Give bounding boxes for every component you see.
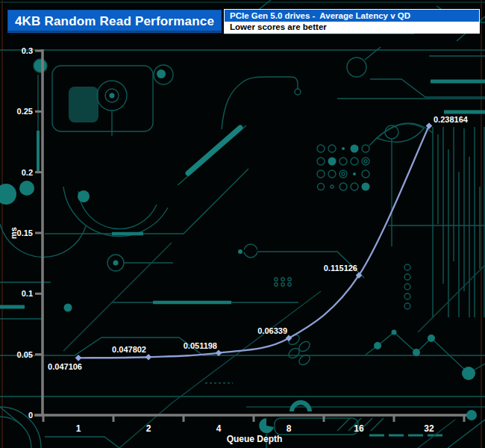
x-tick-label: 16 — [354, 423, 364, 434]
y-tick-label: 0.3 — [22, 46, 33, 55]
y-tick-label: 0.15 — [17, 228, 33, 237]
chart-subtitle-box: PCIe Gen 5.0 drives - Average Latency v … — [224, 9, 480, 34]
y-tick-label: 0 — [28, 411, 33, 420]
data-point-label: 0.06339 — [257, 326, 287, 335]
data-point-label: 0.051198 — [184, 341, 217, 350]
x-tick-label: 2 — [146, 423, 151, 434]
x-tick-label: 4 — [216, 423, 222, 434]
chart-title-banner: 4KB Random Read Performance — [7, 10, 222, 33]
axis-end-pad-icon — [466, 410, 477, 420]
x-tick-label: 8 — [287, 423, 292, 434]
data-point-label: 0.047802 — [112, 345, 146, 354]
data-point-label: 0.047106 — [48, 362, 82, 371]
chart-subtitle: PCIe Gen 5.0 drives - Average Latency v … — [225, 10, 479, 22]
latency-curve — [78, 126, 429, 358]
data-point-marker — [426, 122, 433, 129]
data-point-label: 0.115126 — [324, 264, 357, 273]
x-axis-title: Queue Depth — [227, 434, 283, 444]
data-point-marker — [216, 349, 222, 356]
latency-line-chart: 00.050.10.150.20.250.312481632msQueue De… — [0, 0, 485, 448]
y-tick-label: 0.1 — [22, 289, 33, 298]
chart-title: 4KB Random Read Performance — [15, 14, 214, 29]
data-point-label: 0.238164 — [434, 115, 469, 124]
y-tick-label: 0.05 — [17, 350, 33, 359]
chart-window: 4KB Random Read Performance PCIe Gen 5.0… — [0, 0, 485, 448]
y-tick-label: 0.2 — [22, 168, 33, 177]
data-point-marker — [286, 335, 292, 342]
y-axis-title: ms — [9, 227, 18, 239]
y-tick-label: 0.25 — [17, 107, 33, 116]
chart-note: Lower scores are better — [225, 22, 479, 33]
x-tick-label: 32 — [424, 423, 434, 434]
data-point-marker — [75, 355, 82, 361]
x-tick-label: 1 — [76, 423, 81, 434]
data-point-marker — [146, 354, 152, 361]
